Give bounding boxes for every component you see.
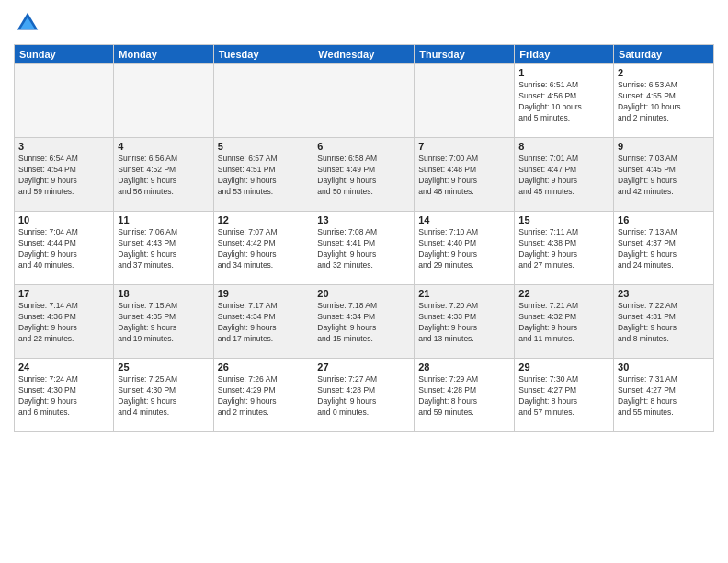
day-number: 15	[518, 214, 609, 225]
day-info: Sunrise: 7:04 AMSunset: 4:44 PMDaylight:…	[18, 227, 109, 271]
calendar-header-tuesday: Tuesday	[213, 45, 313, 64]
calendar-header-row: SundayMondayTuesdayWednesdayThursdayFrid…	[15, 45, 714, 64]
calendar-cell: 26Sunrise: 7:26 AMSunset: 4:29 PMDayligh…	[213, 359, 313, 432]
day-info: Sunrise: 7:07 AMSunset: 4:42 PMDaylight:…	[218, 227, 310, 271]
calendar-cell: 2Sunrise: 6:53 AMSunset: 4:55 PMDaylight…	[614, 64, 714, 138]
day-info: Sunrise: 7:00 AMSunset: 4:48 PMDaylight:…	[418, 154, 510, 198]
calendar-cell: 11Sunrise: 7:06 AMSunset: 4:43 PMDayligh…	[114, 212, 213, 285]
day-number: 30	[618, 362, 710, 373]
calendar-cell: 30Sunrise: 7:31 AMSunset: 4:27 PMDayligh…	[614, 359, 714, 432]
calendar-cell: 15Sunrise: 7:11 AMSunset: 4:38 PMDayligh…	[515, 212, 614, 285]
day-info: Sunrise: 7:20 AMSunset: 4:33 PMDaylight:…	[418, 301, 510, 345]
day-number: 10	[18, 214, 109, 225]
day-info: Sunrise: 7:27 AMSunset: 4:28 PMDaylight:…	[317, 374, 410, 419]
calendar-header-friday: Friday	[515, 45, 614, 64]
logo	[14, 9, 45, 37]
day-info: Sunrise: 7:29 AMSunset: 4:28 PMDaylight:…	[418, 374, 510, 419]
calendar-cell	[15, 64, 114, 138]
day-number: 26	[218, 362, 310, 373]
calendar-cell	[213, 64, 313, 138]
calendar-week-5: 24Sunrise: 7:24 AMSunset: 4:30 PMDayligh…	[15, 359, 714, 432]
calendar-cell: 23Sunrise: 7:22 AMSunset: 4:31 PMDayligh…	[614, 285, 714, 359]
day-number: 16	[618, 214, 710, 225]
calendar-cell: 25Sunrise: 7:25 AMSunset: 4:30 PMDayligh…	[114, 359, 213, 432]
day-info: Sunrise: 7:03 AMSunset: 4:45 PMDaylight:…	[618, 154, 710, 198]
calendar-cell: 13Sunrise: 7:08 AMSunset: 4:41 PMDayligh…	[313, 212, 415, 285]
calendar-week-1: 1Sunrise: 6:51 AMSunset: 4:56 PMDaylight…	[15, 64, 714, 138]
day-info: Sunrise: 7:11 AMSunset: 4:38 PMDaylight:…	[518, 227, 609, 271]
day-number: 24	[18, 362, 109, 373]
day-number: 13	[317, 214, 410, 225]
day-info: Sunrise: 7:24 AMSunset: 4:30 PMDaylight:…	[18, 374, 109, 419]
calendar-cell: 3Sunrise: 6:54 AMSunset: 4:54 PMDaylight…	[15, 138, 114, 212]
day-info: Sunrise: 6:51 AMSunset: 4:56 PMDaylight:…	[518, 80, 609, 124]
day-info: Sunrise: 6:57 AMSunset: 4:51 PMDaylight:…	[218, 154, 310, 198]
day-info: Sunrise: 7:06 AMSunset: 4:43 PMDaylight:…	[118, 227, 209, 271]
calendar-header-saturday: Saturday	[614, 45, 714, 64]
day-number: 18	[118, 288, 209, 299]
calendar-cell: 1Sunrise: 6:51 AMSunset: 4:56 PMDaylight…	[515, 64, 614, 138]
day-info: Sunrise: 6:54 AMSunset: 4:54 PMDaylight:…	[18, 154, 109, 198]
day-info: Sunrise: 6:56 AMSunset: 4:52 PMDaylight:…	[118, 154, 209, 198]
calendar-cell: 10Sunrise: 7:04 AMSunset: 4:44 PMDayligh…	[15, 212, 114, 285]
calendar-cell: 27Sunrise: 7:27 AMSunset: 4:28 PMDayligh…	[313, 359, 415, 432]
day-number: 17	[18, 288, 109, 299]
day-number: 27	[317, 362, 410, 373]
day-number: 3	[18, 141, 109, 152]
calendar-cell: 14Sunrise: 7:10 AMSunset: 4:40 PMDayligh…	[415, 212, 515, 285]
day-number: 22	[518, 288, 609, 299]
calendar-cell: 5Sunrise: 6:57 AMSunset: 4:51 PMDaylight…	[213, 138, 313, 212]
day-info: Sunrise: 7:30 AMSunset: 4:27 PMDaylight:…	[518, 374, 609, 419]
calendar-cell: 6Sunrise: 6:58 AMSunset: 4:49 PMDaylight…	[313, 138, 415, 212]
day-info: Sunrise: 6:53 AMSunset: 4:55 PMDaylight:…	[618, 80, 710, 124]
calendar-cell: 16Sunrise: 7:13 AMSunset: 4:37 PMDayligh…	[614, 212, 714, 285]
day-info: Sunrise: 7:08 AMSunset: 4:41 PMDaylight:…	[317, 227, 410, 271]
day-number: 12	[218, 214, 310, 225]
day-info: Sunrise: 7:21 AMSunset: 4:32 PMDaylight:…	[518, 301, 609, 345]
calendar-cell: 17Sunrise: 7:14 AMSunset: 4:36 PMDayligh…	[15, 285, 114, 359]
calendar-cell: 4Sunrise: 6:56 AMSunset: 4:52 PMDaylight…	[114, 138, 213, 212]
calendar-week-4: 17Sunrise: 7:14 AMSunset: 4:36 PMDayligh…	[15, 285, 714, 359]
day-number: 28	[418, 362, 510, 373]
day-info: Sunrise: 7:15 AMSunset: 4:35 PMDaylight:…	[118, 301, 209, 345]
day-number: 19	[218, 288, 310, 299]
calendar-cell: 20Sunrise: 7:18 AMSunset: 4:34 PMDayligh…	[313, 285, 415, 359]
calendar-cell: 19Sunrise: 7:17 AMSunset: 4:34 PMDayligh…	[213, 285, 313, 359]
calendar-cell	[415, 64, 515, 138]
calendar-week-3: 10Sunrise: 7:04 AMSunset: 4:44 PMDayligh…	[15, 212, 714, 285]
day-number: 2	[618, 67, 710, 78]
day-info: Sunrise: 7:17 AMSunset: 4:34 PMDaylight:…	[218, 301, 310, 345]
day-info: Sunrise: 7:26 AMSunset: 4:29 PMDaylight:…	[218, 374, 310, 419]
calendar-cell: 28Sunrise: 7:29 AMSunset: 4:28 PMDayligh…	[415, 359, 515, 432]
day-info: Sunrise: 7:10 AMSunset: 4:40 PMDaylight:…	[418, 227, 510, 271]
day-info: Sunrise: 7:18 AMSunset: 4:34 PMDaylight:…	[317, 301, 410, 345]
calendar-cell: 18Sunrise: 7:15 AMSunset: 4:35 PMDayligh…	[114, 285, 213, 359]
day-number: 6	[317, 141, 410, 152]
day-info: Sunrise: 7:31 AMSunset: 4:27 PMDaylight:…	[618, 374, 710, 419]
calendar-cell: 7Sunrise: 7:00 AMSunset: 4:48 PMDaylight…	[415, 138, 515, 212]
day-number: 8	[518, 141, 609, 152]
day-number: 25	[118, 362, 209, 373]
calendar-cell: 22Sunrise: 7:21 AMSunset: 4:32 PMDayligh…	[515, 285, 614, 359]
day-number: 23	[618, 288, 710, 299]
calendar-cell: 12Sunrise: 7:07 AMSunset: 4:42 PMDayligh…	[213, 212, 313, 285]
day-number: 21	[418, 288, 510, 299]
day-number: 11	[118, 214, 209, 225]
calendar-cell: 24Sunrise: 7:24 AMSunset: 4:30 PMDayligh…	[15, 359, 114, 432]
calendar-header-thursday: Thursday	[415, 45, 515, 64]
calendar-header-monday: Monday	[114, 45, 213, 64]
calendar: SundayMondayTuesdayWednesdayThursdayFrid…	[14, 44, 714, 432]
day-info: Sunrise: 7:01 AMSunset: 4:47 PMDaylight:…	[518, 154, 609, 198]
calendar-week-2: 3Sunrise: 6:54 AMSunset: 4:54 PMDaylight…	[15, 138, 714, 212]
day-info: Sunrise: 7:22 AMSunset: 4:31 PMDaylight:…	[618, 301, 710, 345]
day-info: Sunrise: 7:13 AMSunset: 4:37 PMDaylight:…	[618, 227, 710, 271]
day-number: 1	[518, 67, 609, 78]
day-number: 7	[418, 141, 510, 152]
day-number: 29	[518, 362, 609, 373]
calendar-cell: 8Sunrise: 7:01 AMSunset: 4:47 PMDaylight…	[515, 138, 614, 212]
calendar-header-wednesday: Wednesday	[313, 45, 415, 64]
day-number: 5	[218, 141, 310, 152]
calendar-cell: 21Sunrise: 7:20 AMSunset: 4:33 PMDayligh…	[415, 285, 515, 359]
day-number: 9	[618, 141, 710, 152]
day-number: 20	[317, 288, 410, 299]
